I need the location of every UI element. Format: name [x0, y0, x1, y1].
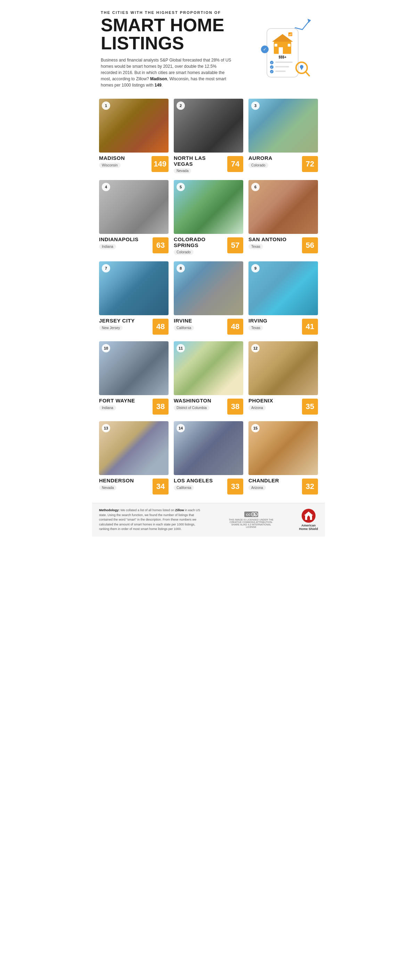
footer: Methodology: We collated a list of all h… [92, 503, 325, 536]
state-badge-10: Indiana [99, 405, 116, 410]
city-card-9: 9 IRVING Texas 41 [248, 261, 318, 336]
city-name-9: IRVING [248, 318, 299, 324]
state-badge-9: Texas [248, 325, 263, 331]
city-name-section-15: CHANDLER Arizona [248, 478, 299, 490]
header-left: The cities with the highest proportion o… [101, 10, 254, 88]
city-name-11: WASHINGTON [174, 398, 224, 404]
rank-badge-12: 12 [251, 344, 259, 352]
city-name-section-14: LOS ANGELES California [174, 478, 224, 490]
rank-badge-2: 2 [177, 102, 185, 110]
city-image-14: 14 [174, 421, 243, 475]
city-score-1: 149 [151, 156, 169, 172]
city-image-5: 5 [174, 180, 243, 234]
phone-svg: 📶 $$$+ ✓ ✓ ✓ [257, 14, 313, 80]
city-card-10: 10 FORT WAYNE Indiana 38 [99, 341, 169, 416]
cities-grid: 1 MADISON Wisconsin 149 2 NORTH LASVEGAS… [92, 95, 325, 503]
city-name-section-7: JERSEY CITY New Jersey [99, 318, 149, 331]
city-card-15: 15 CHANDLER Arizona 32 [248, 421, 318, 496]
house-window-right [288, 44, 291, 46]
city-info-4: INDIANAPOLIS Indiana 63 [99, 234, 169, 255]
city-name-section-12: PHOENIX Arizona [248, 398, 299, 410]
city-name-12: PHOENIX [248, 398, 299, 404]
city-name-section-10: FORT WAYNE Indiana [99, 398, 149, 410]
city-name-section-6: SAN ANTONIO Texas [248, 237, 299, 249]
state-badge-13: Nevada [99, 485, 116, 490]
footer-license: CC © $ THIS IMAGE IS LICENSED UNDER THE … [227, 512, 275, 528]
rank-badge-5: 5 [177, 183, 185, 191]
city-card-8: 8 IRVINE California 48 [174, 261, 243, 336]
header: The cities with the highest proportion o… [92, 0, 325, 95]
city-card-6: 6 SAN ANTONIO Texas 56 [248, 180, 318, 256]
city-image-4: 4 [99, 180, 169, 234]
header-subtitle: The cities with the highest proportion o… [101, 10, 254, 14]
city-image-1: 1 [99, 99, 169, 153]
house-door-svg [279, 47, 283, 54]
blue-check-icon: ✓ [263, 47, 267, 52]
header-illustration: 📶 $$$+ ✓ ✓ ✓ [254, 10, 316, 80]
magnifier-handle [306, 72, 309, 76]
city-card-5: 5 COLORADOSPRINGS Colorado 57 [174, 180, 243, 256]
city-card-12: 12 PHOENIX Arizona 35 [248, 341, 318, 416]
rank-badge-11: 11 [177, 344, 185, 352]
city-info-7: JERSEY CITY New Jersey 48 [99, 315, 169, 336]
brand-icon [302, 509, 315, 523]
city-info-6: SAN ANTONIO Texas 56 [248, 234, 318, 255]
check1-icon: ✓ [271, 61, 273, 64]
state-badge-4: Indiana [99, 244, 116, 249]
state-badge-5: Colorado [174, 250, 194, 255]
city-image-15: 15 [248, 421, 318, 475]
rank-badge-8: 8 [177, 264, 185, 272]
city-score-12: 35 [302, 399, 318, 415]
city-name-1: MADISON [99, 155, 148, 161]
rank-badge-10: 10 [102, 344, 110, 352]
city-score-6: 56 [302, 237, 318, 253]
check3-bar [275, 70, 286, 72]
city-image-3: 3 [248, 99, 318, 153]
city-name-section-8: IRVINE California [174, 318, 224, 331]
svg-rect-8 [307, 517, 310, 520]
city-image-11: 11 [174, 341, 243, 395]
rank-badge-3: 3 [251, 102, 259, 110]
rank-badge-13: 13 [102, 424, 110, 432]
city-name-8: IRVINE [174, 318, 224, 324]
check3-icon: ✓ [271, 70, 273, 73]
rank-badge-7: 7 [102, 264, 110, 272]
city-info-8: IRVINE California 48 [174, 315, 243, 336]
city-score-11: 38 [227, 399, 243, 415]
city-score-5: 57 [227, 237, 243, 253]
header-description: Business and financial analysts S&P Glob… [101, 57, 233, 88]
svg-marker-7 [304, 512, 313, 515]
rank-badge-6: 6 [251, 183, 259, 191]
city-image-12: 12 [248, 341, 318, 395]
city-name-10: FORT WAYNE [99, 398, 149, 404]
brand-text: AmericanHome Shield [299, 524, 318, 531]
city-info-2: NORTH LASVEGAS Nevada 74 [174, 153, 243, 175]
city-info-10: FORT WAYNE Indiana 38 [99, 395, 169, 416]
city-score-8: 48 [227, 319, 243, 335]
city-name-7: JERSEY CITY [99, 318, 149, 324]
license-text: THIS IMAGE IS LICENSED UNDER THE CREATIV… [227, 519, 275, 528]
city-name-14: LOS ANGELES [174, 478, 224, 484]
state-badge-2: Nevada [174, 168, 191, 173]
city-name-13: HENDERSON [99, 478, 149, 484]
city-card-2: 2 NORTH LASVEGAS Nevada 74 [174, 99, 243, 175]
city-name-section-4: INDIANAPOLIS Indiana [99, 237, 149, 249]
city-card-3: 3 AURORA Colorado 72 [248, 99, 318, 175]
city-score-14: 33 [227, 479, 243, 495]
city-card-1: 1 MADISON Wisconsin 149 [99, 99, 169, 175]
city-image-8: 8 [174, 261, 243, 315]
city-info-14: LOS ANGELES California 33 [174, 475, 243, 496]
cc-icon: CC © $ [244, 512, 258, 517]
city-info-3: AURORA Colorado 72 [248, 153, 318, 173]
city-score-13: 34 [153, 479, 169, 495]
city-image-10: 10 [99, 341, 169, 395]
state-badge-8: California [174, 325, 194, 331]
city-name-section-1: MADISON Wisconsin [99, 155, 148, 168]
city-name-section-13: HENDERSON Nevada [99, 478, 149, 490]
city-name-section-9: IRVING Texas [248, 318, 299, 331]
rank-badge-4: 4 [102, 183, 110, 191]
city-score-4: 63 [153, 237, 169, 253]
svg-text:$: $ [255, 513, 256, 516]
header-main-title: SMART HOMELISTINGS [101, 16, 254, 52]
city-info-5: COLORADOSPRINGS Colorado 57 [174, 234, 243, 256]
